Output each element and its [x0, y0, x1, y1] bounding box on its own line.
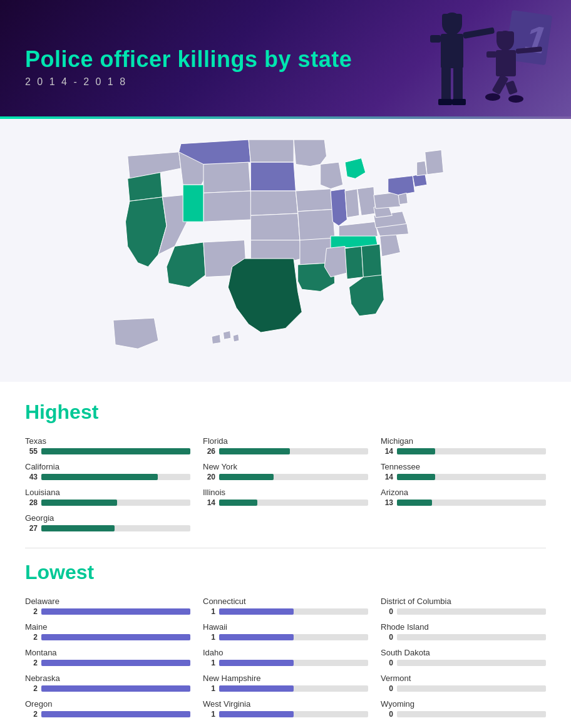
page-subtitle: 2 0 1 4 - 2 0 1 8 — [25, 76, 352, 88]
bar-row: Vermont0 — [381, 674, 546, 693]
bar-label: Montana — [25, 648, 190, 657]
bar-fill — [41, 500, 117, 506]
bar-row: Georgia27 — [25, 513, 190, 533]
bar-fill — [219, 500, 257, 506]
bar-fill — [397, 474, 435, 480]
bar-row: Rhode Island0 — [381, 622, 546, 642]
svg-rect-5 — [430, 35, 441, 43]
header-silhouettes: 1 — [358, 6, 558, 119]
lowest-chart-columns: Delaware2Maine2Montana2Nebraska2Oregon2C… — [25, 597, 546, 721]
bar-fill — [219, 474, 274, 480]
svg-point-19 — [508, 95, 523, 103]
svg-rect-10 — [452, 99, 466, 105]
bar-row: Idaho1 — [203, 648, 368, 667]
bar-fill — [41, 660, 190, 666]
svg-rect-17 — [505, 80, 518, 95]
map-section — [0, 119, 571, 382]
chart-col-2: District of Columbia0Rhode Island0South … — [381, 597, 546, 721]
bar-value: 14 — [381, 447, 393, 456]
page-title: Police officer killings by state — [25, 46, 352, 73]
bar-label: South Dakota — [381, 648, 546, 657]
bar-row: Arizona13 — [381, 488, 546, 507]
bar-fill — [41, 448, 190, 454]
bar-row: Tennessee14 — [381, 462, 546, 481]
svg-rect-6 — [463, 27, 495, 39]
bar-value: 43 — [25, 473, 38, 481]
bar-fill — [219, 448, 290, 454]
bar-fill — [219, 660, 294, 666]
bar-label: West Virginia — [203, 699, 368, 709]
bar-label: Tennessee — [381, 462, 546, 471]
bar-value: 2 — [25, 607, 38, 616]
svg-rect-7 — [441, 67, 451, 101]
bar-fill — [397, 500, 432, 506]
bar-value: 0 — [381, 684, 393, 693]
bar-fill — [41, 634, 190, 640]
bar-row: New York20 — [203, 462, 368, 481]
bar-value: 26 — [203, 447, 215, 456]
bar-row: Nebraska2 — [25, 674, 190, 693]
bar-fill — [41, 525, 115, 531]
bar-row: Maine2 — [25, 622, 190, 642]
bar-label: Maine — [25, 622, 190, 632]
lowest-heading: Lowest — [25, 561, 546, 584]
bar-value: 2 — [25, 710, 38, 719]
charts-section: Highest Texas55California43Louisiana28Ge… — [0, 382, 571, 728]
bar-value: 0 — [381, 607, 393, 616]
chart-col-0: Texas55California43Louisiana28Georgia27 — [25, 436, 190, 535]
bar-value: 0 — [381, 659, 393, 667]
bar-fill — [219, 634, 294, 640]
bar-fill — [41, 711, 190, 717]
highest-heading: Highest — [25, 401, 546, 424]
bar-row: Hawaii1 — [203, 622, 368, 642]
bar-value: 1 — [203, 684, 215, 693]
bar-fill — [219, 608, 294, 615]
bar-value: 1 — [203, 710, 215, 719]
bar-label: Wyoming — [381, 699, 546, 709]
bar-row: Oregon2 — [25, 699, 190, 719]
bar-fill — [41, 685, 190, 692]
bar-row: South Dakota0 — [381, 648, 546, 667]
bar-row: Montana2 — [25, 648, 190, 667]
svg-rect-13 — [496, 50, 516, 76]
svg-rect-3 — [442, 14, 462, 25]
bar-label: New York — [203, 462, 368, 471]
bar-row: Connecticut1 — [203, 597, 368, 616]
bar-row: Texas55 — [25, 436, 190, 456]
svg-point-18 — [485, 93, 500, 101]
bar-row: New Hampshire1 — [203, 674, 368, 693]
bar-label: New Hampshire — [203, 674, 368, 683]
bar-value: 0 — [381, 710, 393, 719]
bar-value: 2 — [25, 684, 38, 693]
bar-row: Florida26 — [203, 436, 368, 456]
svg-rect-14 — [486, 51, 496, 58]
bar-value: 20 — [203, 473, 215, 481]
us-map — [29, 131, 542, 369]
svg-rect-9 — [438, 99, 452, 105]
chart-col-1: Connecticut1Hawaii1Idaho1New Hampshire1W… — [203, 597, 368, 721]
bar-value: 1 — [203, 633, 215, 642]
bar-row: California43 — [25, 462, 190, 481]
bar-value: 28 — [25, 498, 38, 507]
bar-label: District of Columbia — [381, 597, 546, 606]
bar-row: Michigan14 — [381, 436, 546, 456]
bar-value: 2 — [25, 633, 38, 642]
bar-value: 27 — [25, 524, 38, 533]
bar-fill — [41, 474, 158, 480]
section-divider — [25, 548, 546, 548]
bar-label: Florida — [203, 436, 368, 446]
bar-row: West Virginia1 — [203, 699, 368, 719]
bar-value: 14 — [203, 498, 215, 507]
bar-fill — [41, 608, 190, 615]
bar-value: 55 — [25, 447, 38, 456]
bar-label: Rhode Island — [381, 622, 546, 632]
svg-rect-12 — [496, 31, 514, 42]
bar-label: Delaware — [25, 597, 190, 606]
bar-row: Wyoming0 — [381, 699, 546, 719]
bar-label: Idaho — [203, 648, 368, 657]
bar-label: Georgia — [25, 513, 190, 523]
bar-row: Delaware2 — [25, 597, 190, 616]
bar-label: Texas — [25, 436, 190, 446]
map-container — [29, 131, 542, 369]
bar-value: 2 — [25, 659, 38, 667]
